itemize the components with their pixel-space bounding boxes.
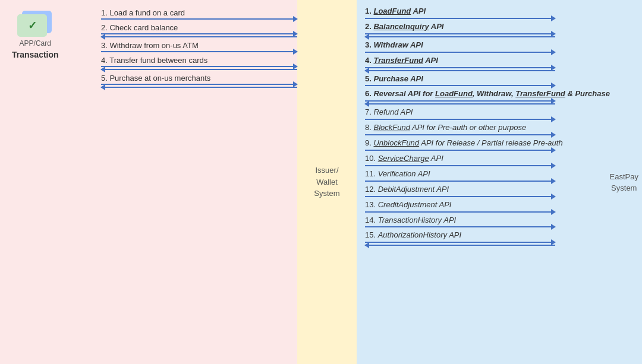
check-icon: ✓	[28, 19, 37, 32]
card-icon-box: ✓	[17, 11, 53, 37]
right-arrow-right-6	[365, 100, 555, 102]
arrow-left-2	[101, 36, 297, 37]
right-item-text-1: 1. LoadFund API	[365, 5, 636, 18]
right-arrow-right-2	[365, 33, 555, 34]
right-item-text-15: 15. AuthorizationHistory API	[365, 229, 636, 242]
right-arrow-right-1	[365, 18, 555, 19]
arrow-left-4	[101, 69, 297, 70]
right-item-text-12: 12. DebitAdjustment API	[365, 183, 636, 196]
right-item-text-2: 2. BalanceInquiry API	[365, 20, 636, 33]
right-panel: 1. LoadFund API2. BalanceInquiry API3. W…	[357, 0, 642, 364]
right-flow-item-3: 3. Withdraw API	[365, 39, 636, 53]
right-item-text-11: 11. Verification API	[365, 167, 636, 181]
arrow-right-3	[101, 51, 297, 52]
right-arrow-left-2	[365, 36, 555, 37]
arrow-right-1	[101, 18, 297, 20]
left-flow-items: 1. Load a fund on a card2. Check card ba…	[101, 6, 297, 89]
left-item-text-4: 4. Transfer fund between cards	[101, 53, 297, 66]
right-flow-item-10: 10. ServiceCharge API	[365, 152, 636, 166]
right-arrow-right-7	[365, 119, 555, 120]
card-front: ✓	[17, 14, 47, 37]
right-item-text-5: 5. Purchase API	[365, 72, 636, 86]
middle-panel: Issuer/ Wallet System	[297, 0, 357, 364]
right-flow-item-7: 7. Refund API	[365, 106, 636, 120]
arrow-right-4	[101, 66, 297, 67]
right-flow-item-2: 2. BalanceInquiry API	[365, 20, 636, 37]
left-panel: ✓ APP/Card Transaction 1. Load a fund on…	[0, 0, 297, 364]
arrow-left-5	[101, 87, 297, 88]
right-flow-item-14: 14. TransactionHistory API	[365, 214, 636, 228]
left-item-text-1: 1. Load a fund on a card	[101, 6, 297, 18]
right-arrow-left-6	[365, 103, 555, 105]
right-arrow-left-4	[365, 70, 555, 71]
right-arrow-right-14	[365, 226, 555, 227]
right-flow-item-4: 4. TransferFund API	[365, 54, 636, 71]
left-flow-item-3: 3. Withdraw from on-us ATM	[101, 39, 297, 52]
right-arrow-right-4	[365, 67, 555, 68]
right-item-text-9: 9. UnblockFund API for Release / Partial…	[365, 137, 636, 150]
right-arrow-right-12	[365, 196, 555, 197]
right-flow-item-1: 1. LoadFund API	[365, 5, 636, 19]
app-card-icon: ✓ APP/Card Transaction	[12, 11, 59, 59]
left-item-text-2: 2. Check card balance	[101, 21, 297, 33]
right-flow-item-8: 8. BlockFund API for Pre-auth or other p…	[365, 121, 636, 135]
transaction-label: Transaction	[12, 50, 59, 59]
right-item-text-10: 10. ServiceCharge API	[365, 152, 636, 165]
left-item-text-3: 3. Withdraw from on-us ATM	[101, 39, 297, 51]
right-flow-item-5: 5. Purchase API	[365, 72, 636, 87]
right-flow-item-13: 13. CreditAdjustment API	[365, 198, 636, 213]
right-arrow-right-9	[365, 150, 555, 151]
right-arrow-right-5	[365, 85, 555, 86]
app-card-label: APP/Card	[20, 39, 51, 48]
right-item-text-3: 3. Withdraw API	[365, 39, 636, 52]
left-flow-item-4: 4. Transfer fund between cards	[101, 53, 297, 70]
right-flow-item-15: 15. AuthorizationHistory API	[365, 229, 636, 246]
right-item-text-7: 7. Refund API	[365, 106, 636, 119]
right-arrow-right-15	[365, 242, 555, 243]
left-item-text-5: 5. Purchase at on-us merchants	[101, 71, 297, 84]
right-arrow-right-11	[365, 181, 555, 182]
issuer-wallet-label: Issuer/ Wallet System	[314, 164, 339, 200]
eastpay-label: EastPay System	[610, 170, 638, 194]
right-flow-item-6: 6. Reversal API for LoadFund, Withdraw, …	[365, 87, 636, 105]
left-flow-item-5: 5. Purchase at on-us merchants	[101, 71, 297, 88]
right-arrow-right-10	[365, 165, 555, 166]
left-flow-item-2: 2. Check card balance	[101, 21, 297, 37]
right-flow-item-9: 9. UnblockFund API for Release / Partial…	[365, 137, 636, 151]
right-item-text-6: 6. Reversal API for LoadFund, Withdraw, …	[365, 87, 636, 100]
right-flow-items: 1. LoadFund API2. BalanceInquiry API3. W…	[365, 5, 636, 247]
right-arrow-left-15	[365, 245, 555, 246]
left-flow-item-1: 1. Load a fund on a card	[101, 6, 297, 20]
right-arrow-right-13	[365, 211, 555, 213]
right-item-text-4: 4. TransferFund API	[365, 54, 636, 67]
right-arrow-right-3	[365, 52, 555, 53]
right-item-text-14: 14. TransactionHistory API	[365, 214, 636, 227]
arrow-right-2	[101, 33, 297, 34]
right-flow-item-12: 12. DebitAdjustment API	[365, 183, 636, 197]
right-item-text-8: 8. BlockFund API for Pre-auth or other p…	[365, 121, 636, 134]
right-flow-item-11: 11. Verification API	[365, 167, 636, 182]
right-item-text-13: 13. CreditAdjustment API	[365, 198, 636, 211]
arrow-right-5	[101, 84, 297, 85]
right-arrow-right-8	[365, 134, 555, 135]
